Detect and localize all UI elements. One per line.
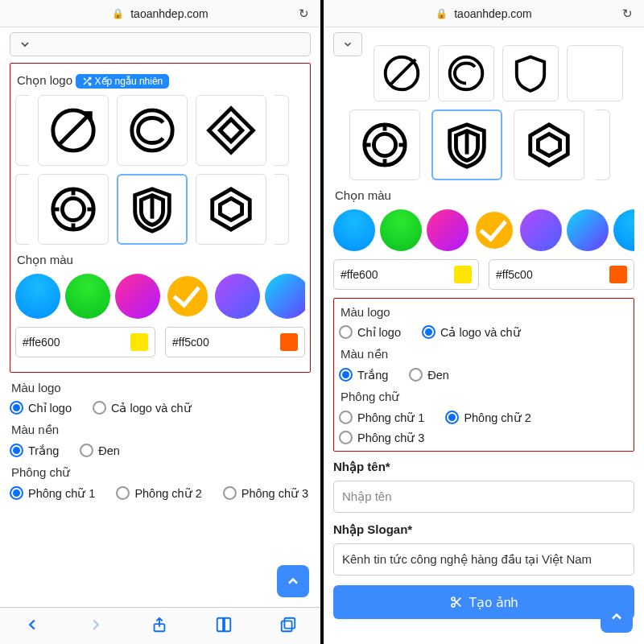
color-swatch[interactable] [427, 209, 469, 251]
svg-marker-12 [213, 189, 250, 229]
svg-rect-3 [209, 109, 254, 153]
bg-title: Màu nền [11, 423, 311, 437]
logo-option[interactable] [196, 95, 266, 166]
highlight-box-left: Chọn logo Xếp ngẫu nhiên [10, 63, 311, 373]
radio-bg-white[interactable]: Trắng [10, 444, 59, 457]
tabs-button[interactable] [279, 616, 297, 637]
logo-option[interactable] [38, 174, 109, 245]
radio-font-1[interactable]: Phông chữ 1 [339, 411, 424, 424]
scroll-top-button[interactable] [601, 601, 633, 633]
logo-option[interactable] [349, 109, 420, 180]
radio-logo-and-text[interactable]: Cả logo và chữ [422, 325, 521, 339]
color-logo-title: Màu logo [11, 381, 311, 394]
color-swatch[interactable] [333, 209, 375, 251]
highlight-box-right: Màu logo Chỉ logo Cả logo và chữ Màu nền… [333, 298, 634, 452]
radio-font-2[interactable]: Phông chữ 2 [445, 411, 530, 424]
color-swatch-selected[interactable] [473, 209, 515, 251]
color-swatch[interactable] [567, 209, 609, 251]
color-swatches [15, 274, 305, 319]
svg-line-1 [60, 114, 91, 145]
slogan-label: Nhập Slogan* [333, 522, 634, 537]
scroll-top-button[interactable] [277, 565, 309, 597]
choose-color-title: Chọn màu [17, 253, 305, 267]
radio-only-logo[interactable]: Chỉ logo [10, 401, 72, 415]
logo-option[interactable] [15, 95, 30, 166]
name-input[interactable]: Nhập tên [333, 481, 634, 513]
hex-input-1[interactable]: #ffe600 [333, 259, 479, 290]
color-swatch[interactable] [215, 274, 260, 319]
logo-option[interactable] [438, 45, 494, 101]
category-dropdown[interactable] [333, 32, 362, 56]
color-chip [130, 333, 148, 351]
color-swatch[interactable] [115, 274, 160, 319]
create-button[interactable]: Tạo ảnh [333, 585, 634, 619]
category-dropdown[interactable] [10, 32, 311, 56]
logo-option[interactable] [275, 174, 289, 245]
reload-icon[interactable]: ↻ [299, 6, 309, 21]
name-label: Nhập tên* [333, 460, 634, 474]
radio-only-logo[interactable]: Chỉ logo [339, 325, 401, 339]
radio-font-3[interactable]: Phông chữ 3 [223, 486, 308, 500]
radio-bg-white[interactable]: Trắng [339, 368, 388, 382]
logo-option-selected[interactable] [117, 174, 188, 245]
svg-rect-16 [282, 621, 292, 631]
scissors-icon [450, 596, 463, 609]
hex-input-2[interactable]: #ff5c00 [489, 259, 634, 290]
color-swatch-selected[interactable] [165, 274, 210, 319]
logo-option-selected[interactable] [431, 109, 502, 180]
logo-option[interactable] [596, 109, 610, 180]
safari-toolbar [0, 607, 320, 644]
forward-button [87, 616, 105, 637]
right-screenshot: 🔒 taoanhdep.com ↻ Chọn màu [324, 0, 644, 644]
svg-line-18 [390, 60, 415, 85]
logo-option[interactable] [502, 45, 559, 101]
chevron-down-icon [342, 38, 353, 51]
svg-marker-13 [220, 198, 242, 220]
radio-font-2[interactable]: Phông chữ 2 [116, 486, 201, 500]
svg-point-30 [452, 604, 455, 607]
site-url: taoanhdep.com [454, 7, 532, 20]
shuffle-button[interactable]: Xếp ngẫu nhiên [76, 74, 169, 89]
color-chip [454, 266, 472, 283]
choose-color-title: Chọn màu [335, 188, 634, 203]
hex-input-1[interactable]: #ffe600 [15, 327, 155, 357]
radio-bg-black[interactable]: Đen [409, 368, 449, 382]
color-chip [609, 266, 627, 283]
color-swatches [333, 209, 634, 251]
color-logo-title: Màu logo [341, 305, 629, 319]
left-screenshot: 🔒 taoanhdep.com ↻ Chọn logo Xếp ngẫu nhi… [0, 0, 320, 644]
logo-option[interactable] [15, 174, 30, 245]
font-title: Phông chữ [11, 465, 311, 480]
color-swatch[interactable] [65, 274, 110, 319]
logo-option[interactable] [196, 174, 266, 245]
radio-font-3[interactable]: Phông chữ 3 [339, 431, 424, 444]
chevron-down-icon [19, 38, 31, 51]
reload-icon[interactable]: ↻ [622, 6, 633, 21]
slogan-input[interactable]: Kênh tin tức công nghệ hàng đầu tại Việt… [333, 543, 634, 576]
logo-option[interactable] [117, 95, 188, 166]
color-swatch[interactable] [520, 209, 562, 251]
hex-input-2[interactable]: #ff5c00 [165, 327, 305, 357]
address-bar: 🔒 taoanhdep.com ↻ [324, 0, 644, 27]
svg-rect-4 [220, 119, 242, 141]
logo-option[interactable] [514, 109, 584, 180]
share-button[interactable] [151, 615, 168, 638]
logo-option[interactable] [567, 45, 623, 101]
back-button[interactable] [23, 616, 41, 637]
logo-option[interactable] [38, 95, 109, 166]
color-swatch[interactable] [613, 209, 634, 251]
svg-marker-27 [530, 125, 568, 165]
lock-icon: 🔒 [112, 8, 124, 19]
chevron-up-icon [285, 573, 301, 589]
radio-logo-and-text[interactable]: Cả logo và chữ [93, 401, 192, 415]
color-swatch[interactable] [15, 274, 60, 319]
logo-option[interactable] [374, 45, 430, 101]
radio-bg-black[interactable]: Đen [80, 444, 120, 457]
radio-font-1[interactable]: Phông chữ 1 [10, 486, 95, 500]
svg-marker-28 [538, 134, 559, 155]
font-title: Phông chữ [341, 390, 629, 404]
logo-option[interactable] [275, 95, 289, 166]
color-swatch[interactable] [265, 274, 305, 319]
color-swatch[interactable] [380, 209, 422, 251]
bookmarks-button[interactable] [214, 616, 233, 637]
